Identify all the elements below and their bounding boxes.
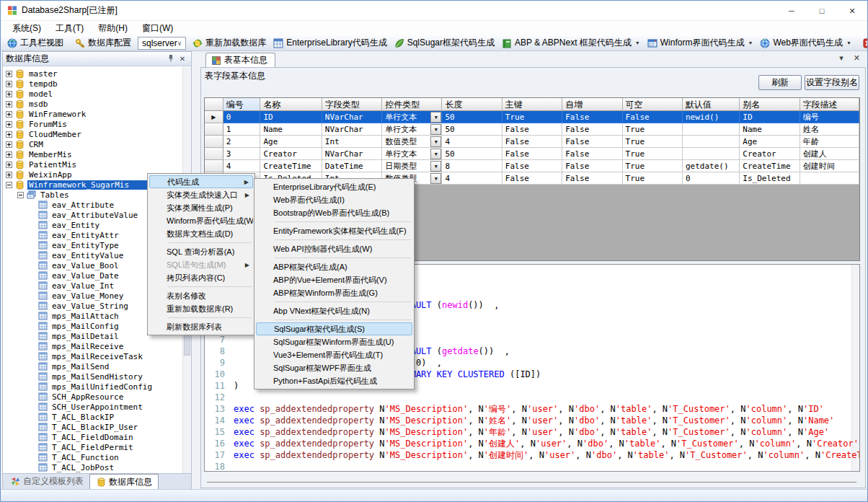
expand-icon[interactable]	[6, 151, 12, 158]
grid-cell[interactable]: Creator	[740, 148, 800, 160]
toolbar-button-8[interactable]: Winform界面代码生成▼	[644, 36, 757, 50]
submenu-item-1[interactable]: Web界面代码生成(I)	[256, 193, 412, 206]
grid-cell[interactable]: Name	[740, 123, 800, 136]
grid-cell[interactable]: DateTime	[322, 160, 382, 172]
panel-close-icon[interactable]: ✕	[177, 55, 188, 63]
grid-cell[interactable]: False	[502, 136, 562, 148]
grid-cell[interactable]: 3	[223, 148, 261, 160]
table-row[interactable]: ▶0IDNVarChar单行文本▼50TrueFalseFalsenewid()…	[205, 111, 859, 123]
maximize-button[interactable]: □	[807, 1, 837, 21]
tab-table-basic-info[interactable]: 表基本信息	[205, 53, 275, 67]
grid-cell[interactable]: 4	[442, 172, 502, 185]
context-menu-item-7[interactable]: SQL语句生成(M)▶	[149, 258, 253, 271]
grid-cell[interactable]: 50	[442, 111, 502, 123]
grid-cell[interactable]	[683, 123, 740, 136]
grid-cell[interactable]: 50	[442, 123, 502, 136]
context-menu-item-6[interactable]: SQL 查询分析器(A)	[149, 245, 253, 258]
context-menu-item-0[interactable]: 代码生成▶	[149, 175, 253, 188]
toolbar-button-9[interactable]: Web界面代码生成▼	[756, 36, 854, 50]
submenu-item-12[interactable]: Abp VNext框架代码生成(N)	[256, 304, 412, 317]
set-field-alias-button[interactable]: 设置字段别名	[805, 75, 859, 90]
grid-cell[interactable]: Age	[740, 136, 800, 148]
connection-select[interactable]: sqlserver∨	[138, 37, 186, 50]
grid-column-header-编号[interactable]: 编号	[223, 98, 261, 111]
tree-item-mps_MailReceive[interactable]: mps_MailReceive	[3, 341, 182, 351]
grid-column-header-字段类型[interactable]: 字段类型	[322, 98, 382, 111]
menubar-item-3[interactable]: 窗口(W)	[136, 21, 182, 36]
table-row[interactable]: 1NameNVarChar单行文本▼50FalseFalseTrueName姓名	[205, 123, 859, 136]
grid-column-header-长度[interactable]: 长度	[442, 98, 502, 111]
tree-item-mps_MailSend[interactable]: mps_MailSend	[3, 361, 182, 371]
table-row[interactable]: 3CreatorNVarChar单行文本▼50FalseFalseTrueCre…	[205, 148, 859, 160]
grid-column-header-控件类型[interactable]: 控件类型	[382, 98, 442, 111]
grid-column-header-别名[interactable]: 别名	[740, 98, 800, 111]
grid-cell[interactable]: 日期类型▼	[382, 160, 442, 172]
submenu-item-17[interactable]: SqlSugar框架WPF界面生成	[256, 361, 412, 374]
tree-item-mps_MailSendHistory[interactable]: mps_MailSendHistory	[3, 371, 182, 382]
collapse-icon[interactable]	[17, 192, 24, 198]
grid-cell[interactable]: ID	[260, 111, 322, 123]
context-menu-item-10[interactable]: 表别名修改	[149, 289, 253, 302]
grid-cell[interactable]: False	[502, 160, 562, 172]
grid-cell[interactable]: 数值类型▼	[382, 136, 442, 148]
combo-dropdown-icon[interactable]: ▼	[430, 161, 441, 172]
grid-cell[interactable]: Int	[322, 136, 382, 148]
tree-item-T_ACL_FieldPermit[interactable]: T_ACL_FieldPermit	[3, 442, 182, 452]
submenu-item-10[interactable]: ABP框架Winform界面生成(G)	[256, 286, 412, 299]
tree-item-T_ACL_JobPost[interactable]: T_ACL_JobPost	[3, 462, 182, 472]
grid-cell[interactable]: True	[623, 160, 683, 172]
tree-item-WinFramework[interactable]: WinFramework	[3, 109, 182, 119]
submenu-item-4[interactable]: EntityFramework实体框架代码生成(F)	[256, 224, 412, 237]
menubar-item-0[interactable]: 系统(S)	[6, 21, 50, 36]
submenu-item-14[interactable]: SqlSugar框架代码生成(S)	[256, 322, 412, 335]
grid-cell[interactable]: True	[502, 111, 562, 123]
tab-menu-icon[interactable]: ▾	[839, 53, 843, 63]
grid-cell[interactable]: True	[623, 148, 683, 160]
grid-cell[interactable]: NVarChar	[322, 148, 382, 160]
minimize-button[interactable]: ─	[776, 1, 807, 21]
grid-cell[interactable]: False	[562, 160, 622, 172]
row-header[interactable]: ▶	[205, 111, 223, 123]
grid-cell[interactable]	[683, 136, 740, 148]
grid-corner-header[interactable]	[205, 98, 223, 111]
grid-cell[interactable]: CreateTime	[740, 160, 800, 172]
toolbar-button-2[interactable]: 数据库配置	[71, 36, 135, 50]
grid-column-header-主键[interactable]: 主键	[502, 98, 562, 111]
toolbar-button-0[interactable]: 工具栏视图	[4, 36, 67, 50]
grid-cell[interactable]: Age	[260, 136, 322, 148]
tree-item-mps_MailReceiveTask[interactable]: mps_MailReceiveTask	[3, 351, 182, 361]
row-header[interactable]	[205, 148, 223, 160]
tree-item-mps_MailUnifiedConfig[interactable]: mps_MailUnifiedConfig	[3, 382, 182, 392]
submenu-item-0[interactable]: EnterpriseLibrary代码生成(E)	[256, 180, 412, 193]
grid-cell[interactable]: 编号	[800, 111, 859, 123]
collapse-icon[interactable]	[6, 182, 12, 188]
tree-item-T_ACL_BlackIP_User[interactable]: T_ACL_BlackIP_User	[3, 422, 182, 432]
tree-item-PatientMis[interactable]: PatientMis	[3, 159, 182, 169]
tree-item-T_ACL_BlackIP[interactable]: T_ACL_BlackIP	[3, 412, 182, 422]
tab-close-icon[interactable]: ✕	[854, 53, 860, 63]
expand-icon[interactable]	[6, 81, 12, 87]
context-menu-item-1[interactable]: 实体类生成快速入口▶	[149, 188, 253, 201]
tree-item-CloudMember[interactable]: CloudMember	[3, 129, 182, 139]
submenu-item-16[interactable]: Vue3+Element界面代码生成(T)	[256, 348, 412, 361]
tree-item-msdb[interactable]: msdb	[3, 99, 182, 109]
grid-cell[interactable]: 姓名	[800, 123, 859, 136]
grid-column-header-自增[interactable]: 自增	[562, 98, 622, 111]
grid-cell[interactable]: False	[562, 172, 622, 185]
bottom-tab-数据库信息[interactable]: 数据库信息	[89, 474, 159, 489]
tree-item-CRM[interactable]: CRM	[3, 139, 182, 149]
grid-cell[interactable]: Name	[260, 123, 322, 136]
grid-cell[interactable]: 4	[442, 136, 502, 148]
submenu-item-9[interactable]: ABP的Vue+Element界面代码(V)	[256, 273, 412, 286]
grid-cell[interactable]: 创建时间	[800, 160, 859, 172]
submenu-item-15[interactable]: SqlSugar框架Winform界面生成(U)	[256, 335, 412, 348]
grid-cell[interactable]: False	[502, 148, 562, 160]
expand-icon[interactable]	[6, 91, 12, 97]
grid-cell[interactable]: 2	[223, 136, 261, 148]
expand-icon[interactable]	[6, 131, 12, 138]
grid-cell[interactable]: False	[562, 148, 622, 160]
grid-cell[interactable]: 0	[683, 172, 740, 185]
grid-cell[interactable]: True	[623, 123, 683, 136]
submenu-item-8[interactable]: ABP框架代码生成(A)	[256, 260, 412, 273]
sql-horizontal-scrollbar[interactable]	[207, 482, 856, 483]
